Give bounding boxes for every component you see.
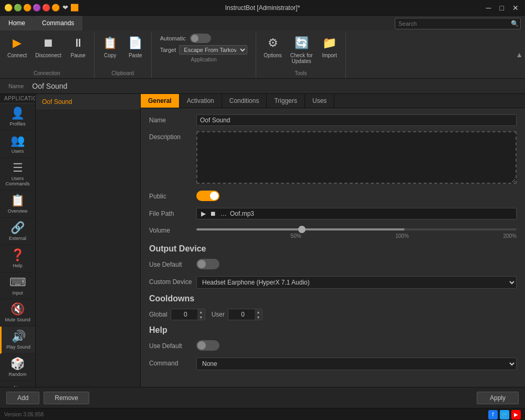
search-input[interactable]	[395, 18, 521, 29]
target-row: Target Escape From Tarkov	[156, 44, 252, 56]
check-updates-icon: 🔄	[293, 35, 310, 51]
description-textarea[interactable]	[196, 131, 517, 184]
external-label: External	[9, 236, 26, 242]
cooldowns-control: Global ▲ ▼	[149, 309, 517, 320]
sidebar-item-random[interactable]: 🎲 Random	[0, 354, 35, 381]
help-use-default-control	[196, 340, 517, 352]
application-section-label: Application	[156, 57, 252, 62]
tab-activation[interactable]: Activation	[180, 94, 222, 108]
sidebar-item-play-sound[interactable]: 🔊 Play Sound	[0, 327, 35, 354]
help-section-header: Help	[149, 326, 517, 337]
ribbon-section-clipboard: 📋 Copy 📄 Paste Clipboard	[94, 33, 152, 78]
sidebar-item-profiles[interactable]: 👤 Profiles	[0, 103, 35, 131]
user-spinner-up[interactable]: ▲	[255, 309, 262, 314]
global-spinners: ▲ ▼	[197, 309, 205, 320]
minimize-button[interactable]: ─	[484, 4, 494, 12]
file-browse-btn[interactable]: …	[219, 210, 228, 217]
title-icon-5: 🔴	[42, 4, 50, 12]
add-button[interactable]: Add	[6, 392, 39, 404]
play-sound-label: Play Sound	[6, 344, 30, 350]
help-use-default-toggle[interactable]	[196, 340, 219, 351]
user-spinners: ▲ ▼	[255, 309, 262, 320]
name-control	[196, 114, 517, 126]
sidebar-item-commands[interactable]: ☰ UsersCommands	[0, 158, 35, 191]
public-label: Public	[149, 191, 196, 200]
tab-uses[interactable]: Uses	[305, 94, 334, 108]
ribbon-collapse-icon[interactable]: ▲	[516, 50, 523, 59]
global-cooldown-input[interactable]	[171, 310, 197, 319]
custom-device-label: Custom Device	[149, 276, 196, 286]
pause-button[interactable]: ⏸ Pause	[67, 33, 90, 69]
name-row: Name	[149, 114, 517, 126]
overview-label: Overview	[8, 208, 28, 214]
command-select[interactable]: None	[196, 358, 517, 370]
connect-button[interactable]: ▶ Connect	[4, 33, 30, 69]
commands-icon: ☰	[13, 161, 23, 175]
tab-home[interactable]: Home	[0, 16, 34, 30]
ribbon-clipboard-items: 📋 Copy 📄 Paste	[99, 33, 147, 69]
tab-triggers[interactable]: Triggers	[267, 94, 305, 108]
disconnect-icon: ⏹	[40, 35, 57, 51]
check-updates-button[interactable]: 🔄 Check forUpdates	[287, 33, 316, 69]
commands-label: UsersCommands	[5, 176, 29, 187]
automatic-toggle[interactable]	[190, 34, 211, 43]
sidebar-item-input[interactable]: ⌨ Input	[0, 272, 35, 300]
global-spinner-down[interactable]: ▼	[197, 314, 205, 320]
volume-control: 50% 100% 200%	[196, 225, 517, 239]
target-select[interactable]: Escape From Tarkov	[179, 45, 247, 55]
help-use-default-label: Use Default	[149, 340, 196, 350]
tools-section-label: Tools	[260, 70, 341, 76]
volume-label-200: 200%	[503, 233, 517, 239]
sidebar-item-users[interactable]: 👥 Users	[0, 131, 35, 158]
copy-button[interactable]: 📋 Copy	[99, 33, 122, 69]
global-cooldown-input-wrap: ▲ ▼	[171, 309, 205, 320]
main-layout: Applications 👤 Profiles 👥 Users ☰ UsersC…	[0, 94, 525, 387]
global-spinner-up[interactable]: ▲	[197, 309, 205, 314]
sidebar-item-external[interactable]: 🔗 External	[0, 218, 35, 245]
import-label: Import	[322, 52, 337, 58]
volume-label-100: 100%	[395, 233, 409, 239]
apply-button[interactable]: Apply	[477, 392, 519, 404]
volume-slider[interactable]	[196, 228, 517, 230]
detail-content: Name Description Public	[141, 108, 525, 387]
user-cooldown-field: User ▲ ▼	[212, 309, 262, 320]
sidebar-item-overview[interactable]: 📋 Overview	[0, 191, 35, 218]
users-label: Users	[12, 149, 24, 154]
use-default-toggle[interactable]	[196, 259, 219, 269]
import-button[interactable]: 📁 Import	[318, 33, 341, 69]
close-button[interactable]: ✕	[510, 4, 521, 12]
input-label: Input	[12, 290, 23, 296]
user-cooldown-label: User	[212, 311, 225, 318]
paste-button[interactable]: 📄 Paste	[124, 33, 147, 69]
sidebar-item-swap-mouse[interactable]: 🖱 Swap MouseButton	[0, 381, 35, 387]
options-button[interactable]: ⚙ Options	[260, 33, 285, 69]
use-default-row: Use Default	[149, 259, 517, 271]
copy-icon: 📋	[102, 35, 119, 51]
name-input[interactable]	[196, 114, 517, 126]
disconnect-button[interactable]: ⏹ Disconnect	[32, 33, 64, 69]
title-icon-1: 🟡	[4, 4, 13, 12]
sidebar: Applications 👤 Profiles 👥 Users ☰ UsersC…	[0, 94, 36, 387]
volume-row: Volume 50% 100% 200%	[149, 225, 517, 239]
file-play-btn[interactable]: ▶	[200, 210, 207, 217]
file-path-control: ▶ ⏹ … Oof.mp3	[196, 208, 517, 219]
title-icon-8: 🟧	[70, 4, 79, 12]
file-stop-btn[interactable]: ⏹	[209, 210, 217, 217]
user-cooldown-input[interactable]	[228, 310, 255, 319]
mute-sound-label: Mute Sound	[5, 317, 30, 323]
tab-general[interactable]: General	[141, 94, 180, 108]
global-cooldown-field: Global ▲ ▼	[149, 309, 205, 320]
maximize-button[interactable]: □	[498, 4, 506, 12]
sidebar-item-mute-sound[interactable]: 🔇 Mute Sound	[0, 299, 35, 327]
sidebar-item-help[interactable]: ❓ Help	[0, 245, 35, 272]
custom-device-select[interactable]: Headset Earphone (HyperX 7.1 Audio)	[196, 276, 517, 289]
public-toggle[interactable]	[196, 191, 219, 201]
status-bar: Version 3.06.958 f 🐦 ▶	[0, 408, 525, 420]
tab-conditions[interactable]: Conditions	[222, 94, 267, 108]
window-title: InstructBot [Administrator]*	[225, 4, 300, 12]
user-spinner-down[interactable]: ▼	[255, 314, 262, 320]
status-icon-3: ▶	[511, 410, 521, 419]
tab-commands[interactable]: Commands	[34, 16, 82, 30]
remove-button[interactable]: Remove	[44, 392, 89, 404]
command-list-item[interactable]: Oof Sound	[36, 94, 140, 110]
